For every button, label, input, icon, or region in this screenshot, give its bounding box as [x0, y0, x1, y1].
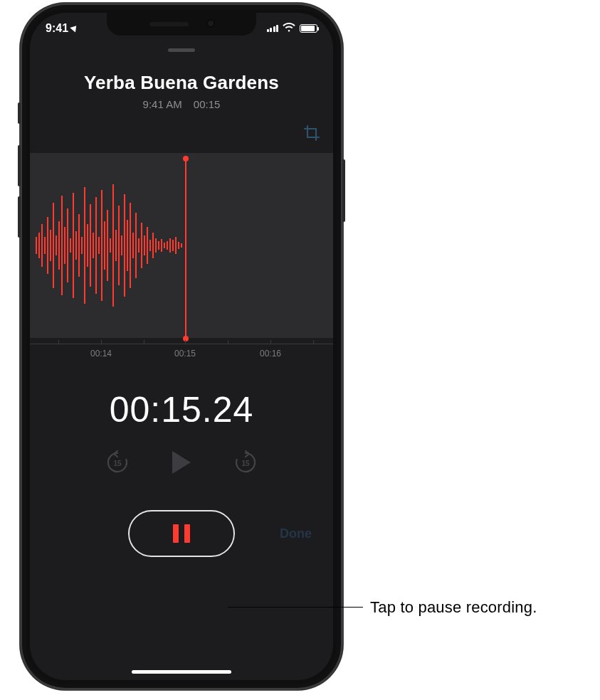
battery-icon	[300, 24, 317, 33]
home-indicator[interactable]	[132, 670, 231, 674]
skip-fwd-seconds-label: 15	[233, 450, 258, 474]
svg-rect-44	[161, 239, 162, 252]
skip-back-seconds-label: 15	[105, 450, 130, 474]
svg-rect-20	[93, 233, 94, 258]
ruler-label: 00:16	[260, 349, 281, 359]
ruler-tick	[228, 340, 228, 344]
svg-rect-24	[104, 221, 105, 270]
svg-rect-38	[144, 235, 145, 255]
svg-rect-32	[127, 220, 128, 271]
wifi-icon	[283, 22, 295, 35]
svg-rect-25	[107, 210, 108, 281]
recording-title[interactable]: Yerba Buena Gardens	[30, 72, 333, 94]
svg-rect-46	[167, 241, 168, 250]
phone-frame: 9:41 Yerba Buena Gardens 9:41 AM 00:15	[20, 3, 343, 690]
svg-rect-6	[53, 203, 54, 288]
recording-time: 9:41 AM	[143, 98, 182, 110]
playhead-line[interactable]	[185, 159, 186, 339]
ruler-tick	[144, 340, 144, 344]
svg-rect-9	[61, 196, 63, 295]
svg-rect-8	[58, 221, 60, 270]
svg-rect-40	[149, 240, 151, 251]
svg-rect-47	[169, 238, 171, 253]
svg-rect-30	[121, 235, 122, 255]
svg-rect-12	[70, 238, 71, 253]
volume-up-button	[18, 145, 21, 186]
svg-rect-13	[73, 193, 74, 298]
recording-duration: 00:15	[194, 98, 221, 110]
svg-rect-48	[172, 240, 174, 251]
play-button[interactable]	[172, 451, 191, 474]
svg-rect-11	[67, 208, 68, 282]
svg-rect-27	[112, 184, 114, 307]
transport-controls: 15 15	[30, 450, 333, 474]
ruler-label: 00:14	[90, 349, 112, 359]
volume-down-button	[18, 196, 21, 238]
screen: 9:41 Yerba Buena Gardens 9:41 AM 00:15	[30, 13, 333, 680]
svg-rect-50	[178, 242, 179, 249]
svg-rect-37	[141, 223, 142, 268]
svg-rect-0	[36, 237, 37, 254]
waveform	[30, 153, 185, 338]
svg-rect-14	[75, 231, 77, 260]
elapsed-timer: 00:15.24	[30, 389, 333, 430]
svg-rect-49	[175, 237, 177, 254]
svg-rect-43	[158, 241, 159, 250]
waveform-area[interactable]: 00:14 00:15 00:16	[30, 123, 333, 365]
svg-rect-18	[87, 224, 88, 267]
svg-rect-41	[152, 233, 154, 258]
status-time: 9:41	[46, 22, 68, 35]
svg-rect-42	[155, 238, 157, 253]
playhead-handle-bottom[interactable]	[183, 336, 189, 341]
ruler-label: 00:15	[174, 349, 196, 359]
ruler-tick	[101, 340, 102, 344]
ruler-tick	[270, 340, 271, 344]
svg-rect-3	[44, 237, 46, 254]
pause-recording-button[interactable]	[128, 510, 235, 557]
ruler-tick	[58, 340, 59, 344]
svg-rect-51	[181, 243, 182, 248]
svg-rect-22	[98, 237, 100, 254]
ruler-tick	[313, 340, 314, 344]
svg-rect-2	[41, 224, 43, 267]
svg-rect-35	[135, 213, 137, 278]
svg-rect-5	[50, 230, 51, 261]
skip-back-15-button[interactable]: 15	[105, 450, 130, 474]
recording-meta: 9:41 AM 00:15	[30, 98, 333, 110]
playhead-handle-top[interactable]	[183, 156, 189, 161]
svg-rect-7	[56, 235, 57, 255]
svg-rect-31	[124, 194, 125, 297]
timeline-ruler[interactable]: 00:14 00:15 00:16	[30, 344, 333, 365]
svg-rect-28	[115, 230, 117, 261]
callout-leader	[228, 607, 363, 608]
callout-text: Tap to pause recording.	[370, 598, 537, 617]
svg-rect-4	[47, 217, 48, 274]
svg-rect-21	[95, 197, 97, 294]
svg-rect-16	[81, 237, 83, 254]
svg-rect-34	[132, 233, 134, 258]
svg-rect-10	[64, 227, 65, 264]
ruler-tick	[185, 340, 186, 344]
sheet-grabber[interactable]	[168, 48, 195, 52]
record-controls-row: Done	[30, 510, 333, 557]
svg-rect-19	[90, 204, 91, 287]
side-button	[342, 159, 345, 222]
mute-switch	[18, 102, 21, 124]
svg-rect-23	[101, 190, 102, 301]
svg-rect-15	[78, 214, 80, 277]
svg-rect-29	[118, 206, 120, 285]
done-button[interactable]: Done	[280, 526, 312, 541]
notch	[107, 13, 256, 36]
pause-icon	[173, 524, 179, 543]
svg-rect-17	[84, 187, 85, 304]
svg-rect-39	[147, 227, 148, 264]
skip-forward-15-button[interactable]: 15	[233, 450, 258, 474]
svg-rect-1	[38, 233, 40, 258]
svg-rect-26	[110, 238, 111, 253]
trim-icon[interactable]	[303, 124, 320, 142]
cellular-signal-icon	[267, 25, 279, 32]
svg-rect-33	[130, 203, 131, 288]
svg-rect-36	[138, 238, 140, 253]
svg-rect-45	[164, 243, 165, 248]
location-arrow-icon	[70, 23, 79, 33]
